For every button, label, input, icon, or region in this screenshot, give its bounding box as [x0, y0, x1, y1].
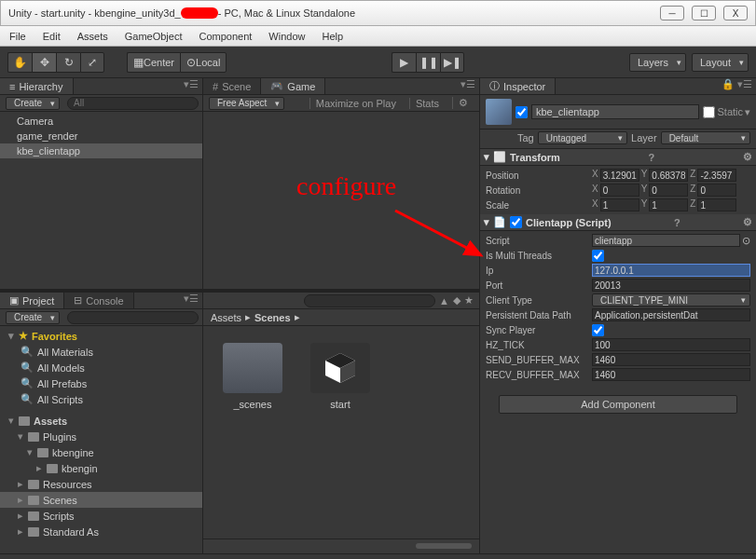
assets-root[interactable]: ▾Assets: [0, 413, 202, 429]
play-button[interactable]: ▶: [392, 52, 416, 73]
tag-dropdown[interactable]: Untagged: [538, 131, 627, 144]
layer-label: Layer: [631, 132, 657, 143]
folder-kbengin2[interactable]: ▸kbengin: [0, 460, 202, 476]
pause-button[interactable]: ❚❚: [416, 52, 440, 73]
breadcrumb-assets[interactable]: Assets: [211, 312, 241, 323]
menu-window[interactable]: Window: [268, 31, 305, 42]
rot-y[interactable]: [649, 184, 688, 197]
hierarchy-item-kbeclientapp[interactable]: kbe_clientapp: [0, 143, 202, 158]
filter-icon2[interactable]: ◆: [453, 294, 460, 307]
maximize-on-play[interactable]: Maximize on Play: [309, 98, 402, 109]
menu-file[interactable]: File: [9, 31, 26, 42]
gear-icon[interactable]: ⚙: [743, 151, 752, 163]
favorite-icon[interactable]: ★: [464, 294, 474, 307]
favorites-header[interactable]: ▾★ Favorites: [0, 328, 202, 344]
fav-all-scripts[interactable]: 🔍All Scripts: [0, 391, 202, 407]
multithread-checkbox[interactable]: [592, 250, 604, 262]
sendbuf-field[interactable]: [592, 353, 750, 366]
lock-icon[interactable]: 🔒 ▾☰: [718, 78, 756, 94]
menu-component[interactable]: Component: [199, 31, 252, 42]
breadcrumb-scenes[interactable]: Scenes: [254, 312, 291, 323]
fav-all-models[interactable]: 🔍All Models: [0, 360, 202, 375]
tab-console[interactable]: ⊟ Console: [64, 293, 133, 308]
step-button[interactable]: ▶❚: [440, 52, 464, 73]
menu-assets[interactable]: Assets: [77, 31, 108, 42]
static-checkbox[interactable]: [703, 106, 715, 118]
move-tool[interactable]: ✥: [32, 52, 56, 73]
pos-x[interactable]: [600, 169, 639, 182]
maximize-button[interactable]: ☐: [692, 6, 716, 20]
minimize-button[interactable]: ─: [660, 6, 684, 20]
tab-project[interactable]: ▣ Project: [0, 293, 64, 308]
folder-plugins[interactable]: ▾Plugins: [0, 429, 202, 444]
tab-scene[interactable]: # Scene: [203, 78, 261, 94]
ip-field[interactable]: [592, 264, 750, 277]
script-field[interactable]: [592, 234, 740, 247]
rotation-label: Rotation: [486, 185, 588, 196]
menu-help[interactable]: Help: [322, 31, 343, 42]
pos-y[interactable]: [649, 169, 688, 182]
close-button[interactable]: X: [723, 6, 748, 20]
pivot-center[interactable]: ▦ Center: [127, 52, 180, 73]
folder-kbengine[interactable]: ▾kbengine: [0, 444, 202, 460]
rot-x[interactable]: [600, 184, 639, 197]
panel-menu-icon[interactable]: ▾☰: [457, 78, 479, 94]
panel-menu-icon[interactable]: ▾☰: [180, 78, 202, 94]
gear-icon[interactable]: ⚙: [743, 216, 752, 228]
hierarchy-item-camera[interactable]: Camera: [0, 114, 202, 129]
gameobject-name-field[interactable]: [531, 104, 699, 119]
panel-menu-icon[interactable]: ▾☰: [180, 293, 202, 308]
project-search-right[interactable]: [304, 294, 435, 307]
stats-toggle[interactable]: Stats: [409, 98, 445, 109]
scale-tool[interactable]: ⤢: [80, 52, 104, 73]
hierarchy-create[interactable]: Create: [6, 97, 60, 110]
fav-all-prefabs[interactable]: 🔍All Prefabs: [0, 375, 202, 391]
scale-y[interactable]: [649, 198, 688, 211]
tab-inspector[interactable]: ⓘ Inspector: [480, 78, 556, 94]
help-icon[interactable]: ?: [649, 152, 655, 163]
menu-gameobject[interactable]: GameObject: [125, 31, 183, 42]
hz-field[interactable]: [592, 338, 750, 351]
grid-item-scenes[interactable]: _scenes: [220, 343, 285, 410]
layout-dropdown[interactable]: Layout: [692, 53, 749, 72]
layer-dropdown[interactable]: Default: [661, 131, 750, 144]
rotate-tool[interactable]: ↻: [56, 52, 80, 73]
project-create[interactable]: Create: [6, 311, 60, 324]
clientapp-header[interactable]: ▾📄Clientapp (Script)?⚙: [480, 214, 756, 231]
scale-x[interactable]: [600, 198, 639, 211]
aspect-dropdown[interactable]: Free Aspect: [209, 97, 284, 110]
recvbuf-field[interactable]: [592, 368, 750, 381]
menu-edit[interactable]: Edit: [43, 31, 61, 42]
clienttype-dropdown[interactable]: CLIENT_TYPE_MINI: [592, 293, 750, 307]
sync-checkbox[interactable]: [592, 324, 604, 336]
folder-standard[interactable]: ▸Standard As: [0, 524, 202, 539]
fav-all-materials[interactable]: 🔍All Materials: [0, 344, 202, 360]
folder-resources[interactable]: ▸Resources: [0, 476, 202, 492]
port-field[interactable]: [592, 279, 750, 292]
scale-z[interactable]: [697, 198, 736, 211]
zoom-slider[interactable]: [416, 543, 472, 549]
tab-game[interactable]: 🎮 Game: [261, 78, 325, 94]
rot-z[interactable]: [697, 184, 736, 197]
hand-tool[interactable]: ✋: [7, 52, 32, 73]
transform-header[interactable]: ▾⬜Transform?⚙: [480, 149, 756, 166]
pdata-field[interactable]: [592, 308, 750, 321]
folder-scripts[interactable]: ▸Scripts: [0, 508, 202, 524]
pivot-local[interactable]: ⊙ Local: [180, 52, 227, 73]
add-component-button[interactable]: Add Component: [499, 395, 737, 414]
pdata-label: Persistent Data Path: [486, 310, 588, 320]
grid-item-start[interactable]: start: [308, 343, 373, 410]
pos-z[interactable]: [697, 169, 736, 182]
gizmos-toggle[interactable]: ⚙: [452, 97, 474, 109]
help-icon[interactable]: ?: [674, 217, 680, 228]
object-picker-icon[interactable]: ⊙: [742, 235, 750, 247]
gameobject-active-checkbox[interactable]: [515, 106, 528, 118]
tab-hierarchy[interactable]: ≡ Hierarchy: [0, 78, 74, 94]
layers-dropdown[interactable]: Layers: [629, 53, 686, 72]
filter-icon[interactable]: ▲: [439, 295, 449, 307]
clientapp-enabled[interactable]: [510, 216, 522, 228]
project-search[interactable]: [67, 311, 199, 324]
hierarchy-search[interactable]: [67, 97, 199, 110]
hierarchy-item-gamerender[interactable]: game_render: [0, 129, 202, 143]
folder-scenes[interactable]: ▸Scenes: [0, 492, 202, 508]
